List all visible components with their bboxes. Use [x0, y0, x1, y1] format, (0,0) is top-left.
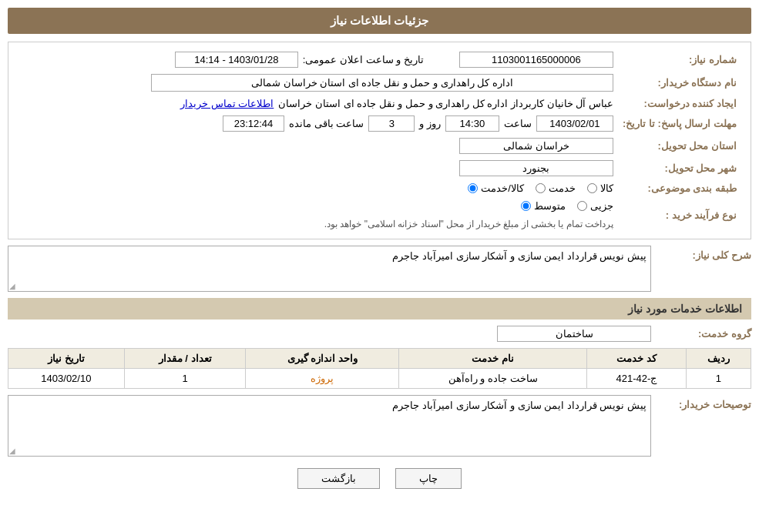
radio-jozi[interactable]: [577, 201, 587, 211]
ijadKonande-text: عباس آل خانیان کاربرداز اداره کل راهداری…: [278, 98, 613, 109]
ijadKonande-value: عباس آل خانیان کاربرداز اداره کل راهداری…: [18, 95, 618, 112]
date-input: 1403/02/01: [536, 115, 613, 132]
grohe-label: گروه خدمت:: [659, 328, 751, 340]
tabaqe-value: کالا خدمت کالا/خدمت: [18, 179, 618, 197]
day-input: 3: [368, 115, 415, 132]
table-row: نام دستگاه خریدار: اداره کل راهداری و حم…: [18, 71, 741, 95]
cell-tedad: 1: [124, 369, 246, 389]
table-row: استان محل تحویل: خراسان شمالی: [18, 135, 741, 157]
cell-kod: ج-42-421: [587, 369, 686, 389]
page-header: جزئیات اطلاعات نیاز: [8, 8, 751, 34]
ijadKonande-label: ایجاد کننده درخواست:: [618, 95, 741, 112]
remaining-input: 23:12:44: [223, 115, 284, 132]
farayand-note: پرداخت تمام یا بخشی از مبلغ خریدار از مح…: [324, 219, 613, 229]
print-button[interactable]: چاپ: [395, 468, 462, 489]
shahr-input: بجنورد: [459, 160, 613, 176]
namDastgah-label: نام دستگاه خریدار:: [618, 71, 741, 95]
remaining-label: ساعت باقی مانده: [289, 118, 364, 129]
col-nam: نام خدمت: [399, 349, 587, 369]
page-title: جزئیات اطلاعات نیاز: [331, 14, 428, 27]
contact-link[interactable]: اطلاعات تماس خریدار: [180, 98, 274, 109]
motevaset-label: متوسط: [534, 200, 566, 212]
col-tedad: تعداد / مقدار: [124, 349, 246, 369]
khadmat-label: خدمت: [549, 182, 576, 194]
ostan-input: خراسان شمالی: [459, 138, 613, 154]
day-label: روز و: [419, 118, 441, 129]
shomareNiaz-row: 1103001165000006 تاریخ و ساعت اعلان عموم…: [22, 52, 613, 68]
description-section: توصیحات خریدار: پیش نویس قرارداد ایمن سا…: [8, 395, 751, 457]
radio-kala-khadmat[interactable]: [468, 183, 478, 193]
col-radif: ردیف: [686, 349, 751, 369]
ostan-label: استان محل تحویل:: [618, 135, 741, 157]
description-label: توصیحات خریدار:: [659, 395, 751, 410]
mohlat-label: مهلت ارسال پاسخ: تا تاریخ:: [618, 112, 741, 135]
col-tarikh: تاریخ نیاز: [8, 349, 125, 369]
button-row: چاپ بازگشت: [8, 468, 751, 489]
resize-icon-2: ◢: [9, 447, 15, 455]
radio-khadmat[interactable]: [536, 183, 546, 193]
namDastgah-value: اداره کل راهداری و حمل و نقل جاده ای است…: [18, 71, 618, 95]
services-title: اطلاعات خدمات مورد نیاز: [8, 298, 751, 320]
grohe-row: گروه خدمت: ساختمان: [8, 326, 751, 342]
time-input: 14:30: [445, 115, 499, 132]
radio-item-kala: کالا: [587, 182, 613, 194]
sharh-section: شرح کلی نیاز: پیش نویس قرارداد ایمن سازی…: [8, 246, 751, 292]
table-row: شهر محل تحویل: بجنورد: [18, 157, 741, 179]
grohe-value: ساختمان: [497, 326, 651, 342]
table-body: 1 ج-42-421 ساخت جاده و راه‌آهن پروژه 1 1…: [8, 369, 751, 389]
kala-label: کالا: [600, 182, 613, 194]
cell-tarikh: 1403/02/10: [8, 369, 125, 389]
sharh-value: پیش نویس قرارداد ایمن سازی و آشکار سازی …: [8, 246, 651, 292]
shahr-label: شهر محل تحویل:: [618, 157, 741, 179]
radio-item-kala-khadmat: کالا/خدمت: [468, 182, 524, 194]
namDastgah-input: اداره کل راهداری و حمل و نقل جاده ای است…: [151, 74, 613, 92]
back-button[interactable]: بازگشت: [297, 468, 380, 489]
mohlat-value: 1403/02/01 ساعت 14:30 روز و 3 ساعت باقی …: [18, 112, 618, 135]
ostan-value: خراسان شمالی: [18, 135, 618, 157]
sharh-label: شرح کلی نیاز:: [659, 246, 751, 261]
info-table: شماره نیاز: 1103001165000006 تاریخ و ساع…: [18, 49, 741, 233]
tabaqe-radio-group: کالا خدمت کالا/خدمت: [22, 182, 613, 194]
noeFarayand-label: نوع فرآیند خرید :: [618, 197, 741, 233]
farayand-radio-group: جزیی متوسط: [521, 200, 613, 212]
description-container: پیش نویس قرارداد ایمن سازی و آشکار سازی …: [8, 395, 651, 457]
radio-item-jozi: جزیی: [577, 200, 613, 212]
time-label: ساعت: [504, 118, 532, 129]
noeFarayand-value: جزیی متوسط پرداخت تمام یا بخشی از مبلغ خ…: [18, 197, 618, 233]
shomareNiaz-label: شماره نیاز:: [618, 49, 741, 71]
cell-nam: ساخت جاده و راه‌آهن: [399, 369, 587, 389]
table-row: 1 ج-42-421 ساخت جاده و راه‌آهن پروژه 1 1…: [8, 369, 751, 389]
table-row: نوع فرآیند خرید : جزیی متوسط: [18, 197, 741, 233]
shomareNiaz-value: 1103001165000006 تاریخ و ساعت اعلان عموم…: [18, 49, 618, 71]
main-info-section: شماره نیاز: 1103001165000006 تاریخ و ساع…: [8, 42, 751, 239]
col-vahed: واحد اندازه گیری: [246, 349, 399, 369]
tarikh-value: 1403/01/28 - 14:14: [175, 52, 298, 68]
radio-item-motevaset: متوسط: [521, 200, 566, 212]
radio-kala[interactable]: [587, 183, 597, 193]
table-header-row: ردیف کد خدمت نام خدمت واحد اندازه گیری ت…: [8, 349, 751, 369]
cell-radif: 1: [686, 369, 751, 389]
jozi-label: جزیی: [590, 200, 613, 212]
description-value: پیش نویس قرارداد ایمن سازی و آشکار سازی …: [8, 395, 651, 457]
mohlat-row: 1403/02/01 ساعت 14:30 روز و 3 ساعت باقی …: [22, 115, 613, 132]
shahr-value: بجنورد: [18, 157, 618, 179]
table-row: مهلت ارسال پاسخ: تا تاریخ: 1403/02/01 سا…: [18, 112, 741, 135]
table-row: طبقه بندی موضوعی: کالا خدمت کالا/خدمت: [18, 179, 741, 197]
table-row: شماره نیاز: 1103001165000006 تاریخ و ساع…: [18, 49, 741, 71]
noeFarayand-row: جزیی متوسط پرداخت تمام یا بخشی از مبلغ خ…: [22, 200, 613, 229]
sharh-container: پیش نویس قرارداد ایمن سازی و آشکار سازی …: [8, 246, 651, 292]
radio-motevaset[interactable]: [521, 201, 531, 211]
col-kod: کد خدمت: [587, 349, 686, 369]
kala-khadmat-label: کالا/خدمت: [481, 182, 524, 194]
table-head: ردیف کد خدمت نام خدمت واحد اندازه گیری ت…: [8, 349, 751, 369]
radio-item-khadmat: خدمت: [536, 182, 576, 194]
shomareNiaz-input: 1103001165000006: [459, 52, 613, 68]
ijadKonande-row: عباس آل خانیان کاربرداز اداره کل راهداری…: [22, 98, 613, 109]
resize-icon: ◢: [9, 282, 15, 290]
cell-vahed: پروژه: [246, 369, 399, 389]
table-row: ایجاد کننده درخواست: عباس آل خانیان کارب…: [18, 95, 741, 112]
tabaqe-label: طبقه بندی موضوعی:: [618, 179, 741, 197]
tarikh-label: تاریخ و ساعت اعلان عمومی:: [303, 54, 424, 65]
services-table: ردیف کد خدمت نام خدمت واحد اندازه گیری ت…: [8, 348, 751, 389]
